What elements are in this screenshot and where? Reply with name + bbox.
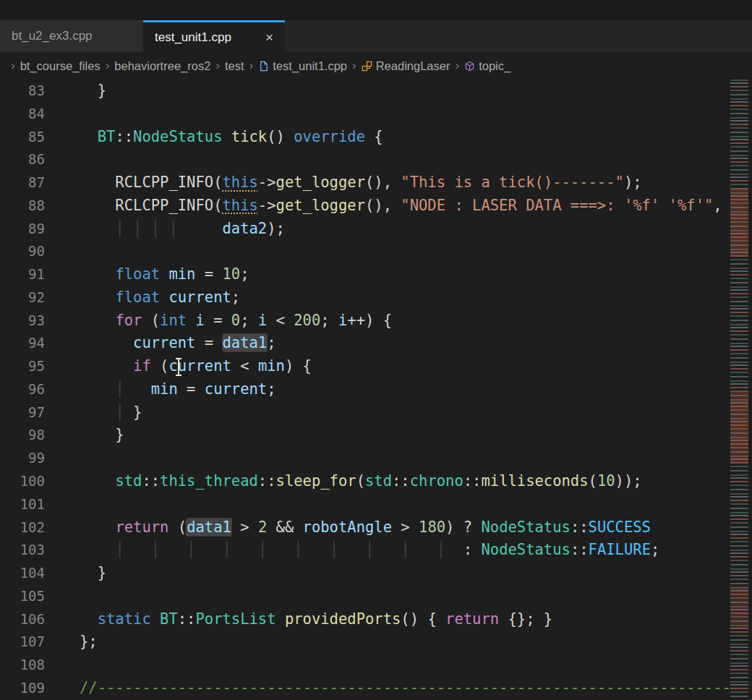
breadcrumb-item-test-unit1[interactable]: test_unit1.cpp — [258, 59, 347, 73]
line-number[interactable]: 89 — [0, 218, 45, 241]
code-line[interactable]: 88 RCLCPP_INFO(this->get_logger(), "NODE… — [0, 195, 729, 218]
code-line[interactable]: 84 — [0, 103, 729, 126]
code-line[interactable]: 92 float current; — [0, 286, 729, 310]
code-text: RCLCPP_INFO(this->get_logger(), "NODE : … — [45, 195, 729, 218]
code-text: } — [45, 80, 106, 103]
code-text: │ } — [45, 401, 142, 424]
code-text: float min = 10; — [45, 263, 249, 286]
breadcrumb-item-bt-course-files[interactable]: bt_course_files — [20, 59, 101, 73]
close-icon[interactable]: × — [265, 30, 273, 44]
code-line[interactable]: 105 — [0, 585, 729, 608]
line-number[interactable]: 101 — [0, 493, 45, 516]
line-number[interactable]: 86 — [0, 148, 45, 171]
code-line[interactable]: 108 — [0, 654, 729, 677]
code-line[interactable]: 109//-----------------------------------… — [0, 677, 729, 700]
code-line[interactable]: 86 — [0, 148, 729, 171]
line-number[interactable]: 85 — [0, 126, 45, 149]
code-line[interactable]: 103 │ │ │ │ │ │ │ │ │ │ : NodeStatus::FA… — [0, 539, 729, 562]
tab-test-unit1[interactable]: test_unit1.cpp × — [143, 20, 285, 52]
line-number[interactable]: 104 — [0, 562, 45, 585]
code-text: BT::NodeStatus tick() override { — [45, 126, 383, 149]
breadcrumb-item-topic[interactable]: topic_ — [464, 59, 510, 73]
code-line[interactable]: 106 static BT::PortsList providedPorts()… — [0, 608, 729, 631]
code-line[interactable]: 101 — [0, 493, 729, 516]
breadcrumb: › bt_course_files › behaviortree_ros2 › … — [0, 52, 752, 80]
code-line[interactable]: 87 RCLCPP_INFO(this->get_logger(), "This… — [0, 171, 729, 195]
minimap[interactable] — [729, 80, 752, 700]
line-number[interactable]: 98 — [0, 424, 45, 447]
line-number[interactable]: 108 — [0, 654, 45, 677]
tab-label: bt_u2_ex3.cpp — [12, 29, 93, 43]
code-text — [45, 148, 80, 171]
code-editor[interactable]: 83 }8485 BT::NodeStatus tick() override … — [0, 80, 752, 700]
line-number[interactable]: 92 — [0, 286, 45, 310]
code-line[interactable]: 94 current = data1; — [0, 332, 729, 355]
code-text — [45, 240, 80, 263]
code-line[interactable]: 104 } — [0, 562, 729, 585]
line-number[interactable]: 87 — [0, 171, 45, 195]
breadcrumb-item-test[interactable]: test — [225, 59, 244, 73]
line-number[interactable]: 102 — [0, 516, 45, 539]
code-line[interactable]: 95 if (current < min) { — [0, 355, 729, 378]
code-text — [45, 493, 80, 516]
code-line[interactable]: 93 for (int i = 0; i < 200; i++) { — [0, 310, 729, 333]
line-number[interactable]: 109 — [0, 677, 45, 700]
code-line[interactable]: 91 float min = 10; — [0, 263, 729, 286]
line-number[interactable]: 100 — [0, 470, 45, 493]
code-line[interactable]: 85 BT::NodeStatus tick() override { — [0, 126, 729, 149]
breadcrumb-item-readinglaser[interactable]: ReadingLaser — [362, 59, 450, 73]
line-number[interactable]: 96 — [0, 378, 45, 401]
code-text — [45, 654, 80, 677]
code-line[interactable]: 100 std::this_thread::sleep_for(std::chr… — [0, 470, 729, 493]
line-number[interactable]: 95 — [0, 355, 45, 378]
line-number[interactable]: 84 — [0, 103, 45, 126]
code-text: } — [45, 562, 106, 585]
code-line[interactable]: 107}; — [0, 631, 729, 654]
code-text: } — [45, 424, 124, 447]
chevron-right-icon: › — [11, 59, 15, 73]
line-number[interactable]: 105 — [0, 585, 45, 608]
code-line[interactable]: 98 } — [0, 424, 729, 447]
code-text: │ │ │ │ │ │ │ │ │ │ : NodeStatus::FAILUR… — [45, 539, 659, 562]
code-text: current = data1; — [45, 332, 276, 355]
line-number[interactable]: 91 — [0, 263, 45, 286]
code-line[interactable]: 96 │ min = current; — [0, 378, 729, 401]
line-number[interactable]: 88 — [0, 195, 45, 218]
code-text: RCLCPP_INFO(this->get_logger(), "This is… — [45, 171, 642, 195]
tab-label: test_unit1.cpp — [155, 30, 231, 45]
chevron-right-icon: › — [352, 59, 356, 73]
line-number[interactable]: 97 — [0, 401, 45, 424]
chevron-right-icon: › — [215, 59, 220, 73]
code-line[interactable]: 102 return (data1 > 2 && robotAngle > 18… — [0, 516, 729, 539]
code-text: │ │ │ │ data2); — [45, 218, 285, 241]
line-number[interactable]: 107 — [0, 631, 45, 654]
method-icon — [464, 61, 475, 72]
code-text: for (int i = 0; i < 200; i++) { — [45, 310, 392, 333]
code-line[interactable]: 97 │ } — [0, 401, 729, 424]
mouse-ibeam-cursor — [178, 358, 179, 376]
code-text — [45, 447, 80, 470]
class-icon — [362, 61, 372, 72]
line-number[interactable]: 103 — [0, 539, 45, 562]
line-number[interactable]: 94 — [0, 332, 45, 355]
code-line[interactable]: 83 } — [0, 80, 729, 103]
code-line[interactable]: 89 │ │ │ │ data2); — [0, 218, 729, 241]
breadcrumb-item-behaviortree-ros2[interactable]: behaviortree_ros2 — [114, 59, 210, 73]
line-number[interactable]: 106 — [0, 608, 45, 631]
cpp-file-icon — [258, 61, 269, 72]
window-top-strip — [0, 0, 752, 20]
line-number[interactable]: 83 — [0, 80, 45, 103]
code-text: }; — [45, 631, 98, 654]
code-text: float current; — [45, 286, 240, 310]
tab-bt-u2-ex3[interactable]: bt_u2_ex3.cpp — [0, 20, 143, 52]
line-number[interactable]: 99 — [0, 447, 45, 470]
code-line[interactable]: 90 — [0, 240, 729, 263]
code-text: std::this_thread::sleep_for(std::chrono:… — [45, 470, 642, 493]
line-number[interactable]: 90 — [0, 240, 45, 263]
line-number[interactable]: 93 — [0, 310, 45, 333]
chevron-right-icon: › — [249, 59, 254, 73]
code-line[interactable]: 99 — [0, 447, 729, 470]
code-text — [45, 585, 80, 608]
code-text: │ min = current; — [45, 378, 276, 401]
code-lines: 83 }8485 BT::NodeStatus tick() override … — [0, 80, 729, 700]
